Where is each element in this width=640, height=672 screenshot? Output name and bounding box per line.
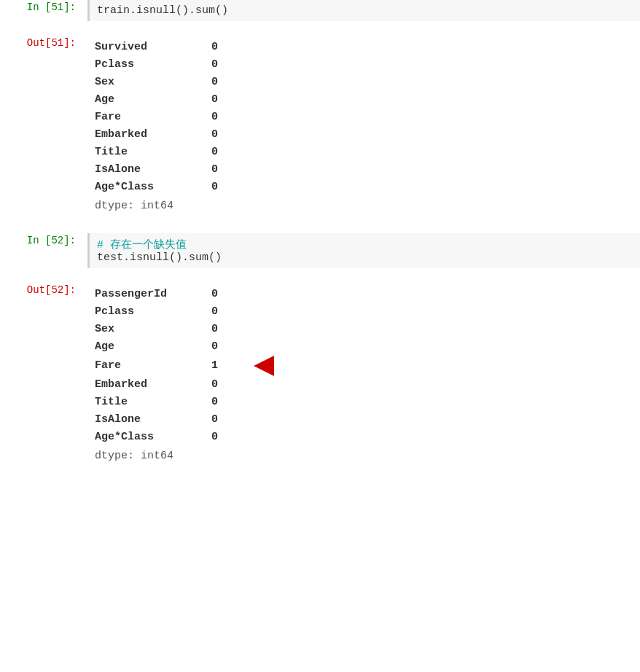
out-51-val-5: 0	[211, 126, 241, 144]
out-51-key-6: Title	[95, 144, 211, 161]
out-51-key-3: Age	[95, 91, 211, 109]
out-51-row-2: Sex 0	[95, 74, 633, 91]
out-52-val-3: 0	[211, 338, 241, 356]
out-52-dtype: dtype: int64	[95, 446, 633, 466]
out-52-row-6: Title 0	[95, 394, 633, 411]
out-51-key-7: IsAlone	[95, 161, 211, 179]
prompt-in-52: In [52]:	[0, 233, 87, 246]
out-51-row-3: Age 0	[95, 91, 633, 109]
spacer-52b	[0, 469, 640, 483]
spacer-51b	[0, 219, 640, 233]
out-52-val-4: 1	[211, 357, 241, 375]
out-52-key-5: Embarked	[95, 376, 211, 394]
out-51-row-5: Embarked 0	[95, 126, 633, 144]
out-52-val-6: 0	[211, 394, 241, 411]
dtype-51: dtype: int64	[95, 196, 173, 216]
out-52-key-4: Fare	[95, 357, 211, 375]
out-51-key-2: Sex	[95, 74, 211, 91]
out-51-val-2: 0	[211, 74, 241, 91]
notebook: In [51]: train.isnull().sum() Out[51]: S…	[0, 0, 640, 672]
cell-51-input-row: In [51]: train.isnull().sum()	[0, 0, 640, 21]
output-area-51: Survived 0 Pclass 0 Sex 0 Age 0 Fare 0	[87, 36, 640, 219]
out-51-key-8: Age*Class	[95, 179, 211, 196]
prompt-out-52: Out[52]:	[0, 283, 87, 296]
out-52-key-0: PassengerId	[95, 286, 211, 303]
out-51-row-4: Fare 0	[95, 109, 633, 126]
code-52: test.isnull().sum()	[97, 251, 633, 264]
out-52-val-1: 0	[211, 303, 241, 321]
out-51-row-8: Age*Class 0	[95, 179, 633, 196]
arrow-container	[246, 356, 274, 376]
out-51-key-0: Survived	[95, 39, 211, 56]
input-area-51[interactable]: train.isnull().sum()	[87, 0, 640, 21]
red-arrow-icon	[254, 356, 274, 376]
code-51: train.isnull().sum()	[97, 4, 228, 17]
out-51-val-7: 0	[211, 161, 241, 179]
out-52-key-2: Sex	[95, 321, 211, 338]
out-51-val-1: 0	[211, 56, 241, 74]
comment-52: # 存在一个缺失值	[97, 238, 633, 251]
cell-52: In [52]: # 存在一个缺失值 test.isnull().sum() O…	[0, 233, 640, 483]
out-52-val-8: 0	[211, 429, 241, 446]
out-52-val-7: 0	[211, 411, 241, 429]
out-52-key-1: Pclass	[95, 303, 211, 321]
out-51-row-0: Survived 0	[95, 39, 633, 56]
output-area-52: PassengerId 0 Pclass 0 Sex 0 Age 0 Fare	[87, 283, 640, 469]
out-51-row-1: Pclass 0	[95, 56, 633, 74]
out-51-val-4: 0	[211, 109, 241, 126]
cell-52-output-row: Out[52]: PassengerId 0 Pclass 0 Sex 0 Ag…	[0, 283, 640, 469]
out-51-key-4: Fare	[95, 109, 211, 126]
out-52-val-0: 0	[211, 286, 241, 303]
out-52-row-5: Embarked 0	[95, 376, 633, 394]
out-51-val-3: 0	[211, 91, 241, 109]
out-51-val-6: 0	[211, 144, 241, 161]
out-52-key-8: Age*Class	[95, 429, 211, 446]
out-52-row-7: IsAlone 0	[95, 411, 633, 429]
cell-51: In [51]: train.isnull().sum() Out[51]: S…	[0, 0, 640, 233]
cell-51-output-row: Out[51]: Survived 0 Pclass 0 Sex 0 Age 0	[0, 36, 640, 219]
dtype-52: dtype: int64	[95, 446, 173, 466]
input-area-52[interactable]: # 存在一个缺失值 test.isnull().sum()	[87, 233, 640, 268]
out-52-row-2: Sex 0	[95, 321, 633, 338]
spacer-52a	[0, 268, 640, 283]
cell-52-input-row: In [52]: # 存在一个缺失值 test.isnull().sum()	[0, 233, 640, 268]
out-52-row-8: Age*Class 0	[95, 429, 633, 446]
out-51-key-1: Pclass	[95, 56, 211, 74]
out-52-key-7: IsAlone	[95, 411, 211, 429]
prompt-out-51: Out[51]:	[0, 36, 87, 49]
out-52-row-3: Age 0	[95, 338, 633, 356]
out-51-row-6: Title 0	[95, 144, 633, 161]
out-52-val-2: 0	[211, 321, 241, 338]
out-51-val-0: 0	[211, 39, 241, 56]
out-51-row-7: IsAlone 0	[95, 161, 633, 179]
out-52-row-0: PassengerId 0	[95, 286, 633, 303]
out-52-val-5: 0	[211, 376, 241, 394]
out-52-row-4: Fare 1	[95, 356, 633, 376]
out-52-row-1: Pclass 0	[95, 303, 633, 321]
out-52-key-3: Age	[95, 338, 211, 356]
out-52-key-6: Title	[95, 394, 211, 411]
out-51-val-8: 0	[211, 179, 241, 196]
out-51-key-5: Embarked	[95, 126, 211, 144]
out-51-dtype: dtype: int64	[95, 196, 633, 216]
spacer-51a	[0, 21, 640, 36]
prompt-in-51: In [51]:	[0, 0, 87, 13]
